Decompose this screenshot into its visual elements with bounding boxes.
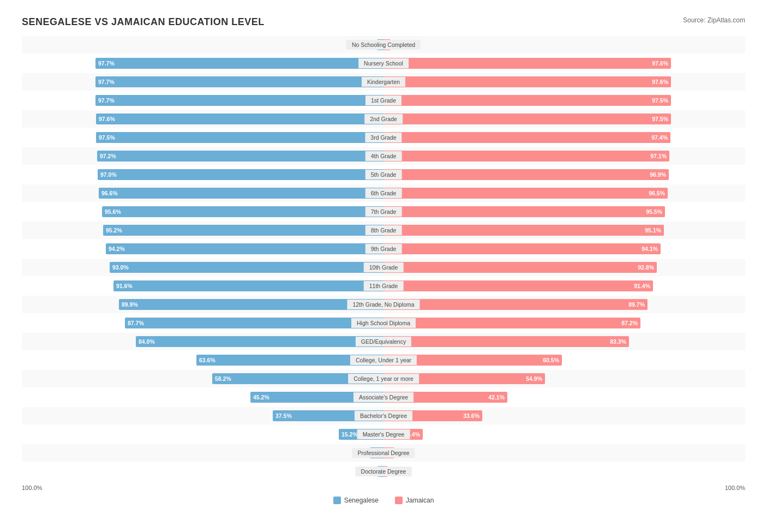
left-bar-container: 15.2% bbox=[22, 428, 384, 440]
legend-color-box bbox=[333, 497, 341, 504]
right-bar-container: 89.7% bbox=[384, 298, 745, 310]
bar-value-left: 97.2% bbox=[100, 153, 116, 159]
pink-bar: 97.4% bbox=[384, 132, 670, 143]
bar-value-right: 96.9% bbox=[650, 171, 666, 178]
chart-row: 95.6%7th Grade95.5% bbox=[22, 203, 745, 220]
bar-value-left: 97.6% bbox=[99, 116, 115, 122]
right-bar-container: 1.5% bbox=[384, 465, 745, 477]
center-label: Associate's Degree bbox=[353, 392, 414, 402]
blue-bar: 96.6% bbox=[99, 188, 384, 199]
center-label: GED/Equivalency bbox=[356, 337, 411, 346]
pink-bar: 89.7% bbox=[384, 299, 648, 310]
bar-value-left: 45.2% bbox=[253, 394, 269, 401]
bar-value-left: 87.7% bbox=[128, 320, 144, 326]
pink-bar: 92.8% bbox=[384, 262, 657, 273]
right-bar-container: 97.6% bbox=[384, 57, 745, 69]
bar-value-right: 97.5% bbox=[652, 97, 668, 104]
bar-value-right: 91.4% bbox=[634, 283, 650, 289]
right-bar-container: 54.9% bbox=[384, 373, 745, 385]
bar-value-right: 33.6% bbox=[463, 413, 480, 419]
bar-value-left: 84.0% bbox=[139, 338, 155, 345]
chart-row: 84.0%GED/Equivalency83.3% bbox=[22, 333, 745, 350]
right-bar-container: 2.4% bbox=[384, 39, 745, 51]
right-bar-container: 3.7% bbox=[384, 447, 745, 459]
chart-row: 97.2%4th Grade97.1% bbox=[22, 147, 745, 165]
right-bar-container: 13.4% bbox=[384, 428, 745, 440]
center-label: College, 1 year or more bbox=[348, 374, 419, 384]
left-bar-container: 37.5% bbox=[22, 410, 384, 422]
chart-row: 87.7%High School Diploma87.2% bbox=[22, 314, 745, 332]
center-label: Master's Degree bbox=[357, 429, 410, 439]
pink-bar: 97.6% bbox=[384, 58, 671, 69]
chart-row: 93.0%10th Grade92.8% bbox=[22, 259, 745, 276]
chart-header: SENEGALESE VS JAMAICAN EDUCATION LEVEL S… bbox=[22, 16, 745, 28]
center-label: 8th Grade bbox=[365, 225, 402, 235]
blue-bar: 97.5% bbox=[96, 132, 384, 143]
left-bar-container: 91.6% bbox=[22, 280, 384, 292]
chart-row: 95.2%8th Grade95.1% bbox=[22, 222, 745, 239]
left-bar-container: 96.6% bbox=[22, 187, 384, 199]
footer-labels: 100.0% 100.0% bbox=[22, 485, 745, 491]
left-bar-container: 97.6% bbox=[22, 113, 384, 125]
right-bar-container: 92.8% bbox=[384, 261, 745, 273]
chart-row: 4.6%Professional Degree3.7% bbox=[22, 444, 745, 462]
right-bar-container: 95.5% bbox=[384, 206, 745, 218]
bar-value-left: 97.7% bbox=[98, 60, 115, 67]
pink-bar: 97.5% bbox=[384, 113, 671, 124]
bar-value-right: 94.1% bbox=[642, 246, 658, 252]
bar-value-left: 97.0% bbox=[100, 171, 117, 178]
chart-row: 2.3%No Schooling Completed2.4% bbox=[22, 36, 745, 53]
bar-value-right: 97.4% bbox=[651, 134, 668, 141]
bar-value-left: 37.5% bbox=[275, 413, 292, 419]
center-label: 2nd Grade bbox=[364, 114, 403, 124]
chart-row: 97.6%2nd Grade97.5% bbox=[22, 110, 745, 128]
blue-bar: 94.2% bbox=[106, 243, 384, 254]
right-bar-container: 95.1% bbox=[384, 224, 745, 236]
blue-bar: 97.6% bbox=[96, 113, 384, 124]
left-bar-container: 95.6% bbox=[22, 206, 384, 218]
bar-value-right: 97.5% bbox=[652, 116, 668, 122]
chart-row: 45.2%Associate's Degree42.1% bbox=[22, 388, 745, 406]
bar-value-left: 89.9% bbox=[122, 301, 138, 308]
left-bar-container: 93.0% bbox=[22, 261, 384, 273]
blue-bar: 95.2% bbox=[103, 225, 384, 236]
left-bar-container: 2.3% bbox=[22, 39, 384, 51]
footer-right-label: 100.0% bbox=[725, 485, 745, 491]
blue-bar: 93.0% bbox=[110, 262, 384, 273]
left-bar-container: 89.9% bbox=[22, 298, 384, 310]
left-bar-container: 58.2% bbox=[22, 373, 384, 385]
left-bar-container: 97.5% bbox=[22, 131, 384, 144]
bar-value-left: 95.6% bbox=[105, 208, 121, 215]
right-bar-container: 33.6% bbox=[384, 410, 745, 422]
pink-bar: 97.5% bbox=[384, 95, 671, 106]
left-bar-container: 45.2% bbox=[22, 391, 384, 403]
right-bar-container: 97.5% bbox=[384, 113, 745, 125]
center-label: College, Under 1 year bbox=[350, 355, 417, 365]
chart-row: 37.5%Bachelor's Degree33.6% bbox=[22, 407, 745, 425]
center-label: 6th Grade bbox=[365, 188, 402, 198]
bar-value-right: 83.3% bbox=[610, 338, 626, 345]
bar-value-left: 95.2% bbox=[106, 227, 122, 234]
chart-row: 97.0%5th Grade96.9% bbox=[22, 166, 745, 183]
right-bar-container: 97.5% bbox=[384, 94, 745, 106]
right-bar-container: 60.5% bbox=[384, 354, 745, 366]
bar-value-right: 96.5% bbox=[649, 190, 665, 196]
chart-row: 58.2%College, 1 year or more54.9% bbox=[22, 370, 745, 387]
right-bar-container: 97.1% bbox=[384, 150, 745, 162]
chart-row: 94.2%9th Grade94.1% bbox=[22, 240, 745, 258]
chart-source: Source: ZipAtlas.com bbox=[683, 16, 745, 24]
chart-row: 2.0%Doctorate Degree1.5% bbox=[22, 463, 745, 480]
chart-row: 97.7%Kindergarten97.6% bbox=[22, 73, 745, 91]
pink-bar: 91.4% bbox=[384, 280, 653, 291]
center-label: 10th Grade bbox=[364, 262, 404, 272]
blue-bar: 97.7% bbox=[95, 76, 384, 87]
center-label: High School Diploma bbox=[351, 318, 416, 328]
left-bar-container: 84.0% bbox=[22, 336, 384, 348]
blue-bar: 89.9% bbox=[119, 299, 384, 310]
right-bar-container: 96.9% bbox=[384, 169, 745, 181]
legend-label: Senegalese bbox=[344, 497, 379, 504]
right-bar-container: 97.4% bbox=[384, 131, 745, 144]
center-label: 5th Grade bbox=[365, 170, 402, 180]
left-bar-container: 94.2% bbox=[22, 243, 384, 255]
center-label: 9th Grade bbox=[365, 244, 402, 254]
